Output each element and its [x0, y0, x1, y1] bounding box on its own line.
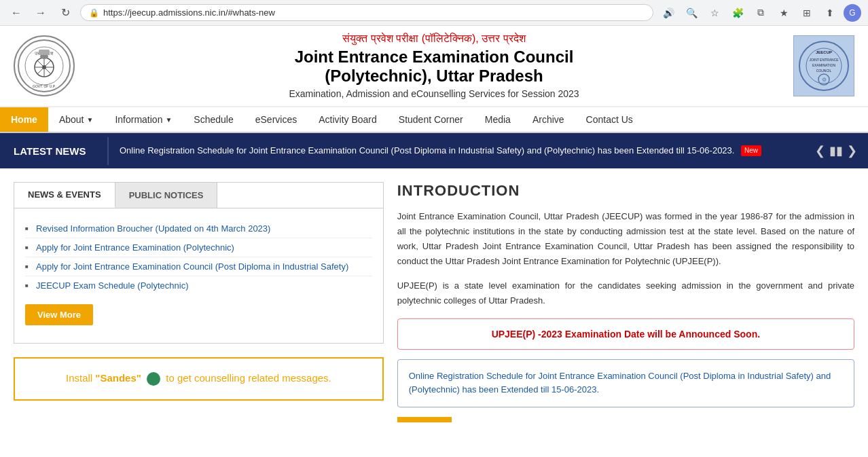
header-title: Joint Entrance Examination Council (Poly… — [75, 48, 793, 86]
latest-news-label: LATEST NEWS — [0, 137, 109, 165]
list-item[interactable]: Apply for Joint Entrance Examination (Po… — [25, 238, 372, 257]
sandes-icon — [147, 372, 160, 386]
svg-text:EXAMINATION: EXAMINATION — [812, 63, 835, 67]
search-icon[interactable]: 🔍 — [682, 3, 701, 22]
tab-news-events[interactable]: NEWS & EVENTS — [14, 183, 115, 208]
nav-archive[interactable]: Archive — [522, 107, 575, 132]
list-item[interactable]: JEECUP Exam Schedule (Polytechnic) — [25, 276, 372, 295]
favorites-icon[interactable]: ☆ — [705, 3, 724, 22]
tabs-container: NEWS & EVENTS PUBLIC NOTICES — [14, 182, 384, 208]
profile-icon[interactable]: G — [844, 4, 861, 22]
nav-media[interactable]: Media — [474, 107, 522, 132]
nav-home[interactable]: Home — [0, 107, 48, 132]
orange-bar — [397, 417, 452, 422]
browser-chrome: ← → ↻ 🔒 https://jeecup.admissions.nic.in… — [0, 0, 868, 26]
right-panel: INTRODUCTION Joint Entrance Examination … — [397, 182, 854, 422]
site-header: उत्तर प्रदेश GOVT. OF U.P. संयुक्त प्रवे… — [0, 26, 868, 107]
registration-box: Online Registration Schedule for Joint E… — [397, 359, 854, 408]
list-item[interactable]: Revised Information Broucher (Updated on… — [25, 219, 372, 238]
news-next-button[interactable]: ❯ — [847, 143, 857, 158]
address-bar[interactable]: 🔒 https://jeecup.admissions.nic.in/#what… — [80, 4, 653, 21]
header-hindi: संयुक्त प्रवेश परीक्षा (पॉलिटेक्निक), उत… — [75, 33, 793, 45]
header-center: संयुक्त प्रवेश परीक्षा (पॉलिटेक्निक), उत… — [75, 33, 793, 99]
announcement-text: UPJEE(P) -2023 Examination Date will be … — [492, 329, 760, 340]
chevron-down-icon: ▼ — [165, 116, 172, 124]
split-screen-icon[interactable]: ⧉ — [751, 3, 770, 22]
reload-button[interactable]: ↻ — [56, 3, 75, 22]
intro-title: INTRODUCTION — [397, 182, 854, 200]
news-items-list: Revised Information Broucher (Updated on… — [25, 219, 372, 295]
svg-rect-10 — [39, 50, 50, 55]
intro-para2: UPJEE(P) is a state level examination fo… — [397, 278, 854, 308]
chevron-down-icon: ▼ — [87, 116, 94, 124]
news-controls: ❮ ▮▮ ❯ — [804, 138, 868, 164]
news-prev-button[interactable]: ❮ — [815, 143, 825, 158]
lock-icon: 🔒 — [89, 8, 99, 18]
browser-actions: 🔊 🔍 ☆ 🧩 ⧉ ★ ⊞ ⬆ G — [659, 3, 861, 22]
svg-text:GOVT. OF U.P.: GOVT. OF U.P. — [33, 84, 56, 88]
left-logo: उत्तर प्रदेश GOVT. OF U.P. — [14, 35, 75, 96]
svg-text:JEECUP: JEECUP — [816, 50, 832, 54]
announcement-box: UPJEE(P) -2023 Examination Date will be … — [397, 318, 854, 350]
latest-news-content: Online Registration Schedule for Joint E… — [109, 139, 804, 162]
collections-icon[interactable]: ★ — [774, 3, 793, 22]
new-badge: New — [741, 145, 761, 156]
sandes-banner: Install "Sandes" to get counselling rela… — [14, 357, 384, 401]
nav-contact-us[interactable]: Contact Us — [575, 107, 644, 132]
nav-activity-board[interactable]: Activity Board — [308, 107, 388, 132]
view-more-button[interactable]: View More — [25, 304, 93, 325]
news-pause-button[interactable]: ▮▮ — [829, 143, 843, 158]
back-button[interactable]: ← — [7, 3, 26, 22]
extension-icon[interactable]: 🧩 — [728, 3, 747, 22]
svg-text:JOINT ENTRANCE: JOINT ENTRANCE — [809, 58, 839, 62]
intro-para1: Joint Entrance Examination Council, Utta… — [397, 209, 854, 269]
right-logo: JEECUP JOINT ENTRANCE EXAMINATION COUNCI… — [793, 35, 854, 96]
svg-text:COUNCIL: COUNCIL — [816, 69, 832, 73]
nav-eservices[interactable]: eServices — [245, 107, 308, 132]
sandes-brand: "Sandes" — [95, 372, 141, 384]
main-content: NEWS & EVENTS PUBLIC NOTICES Revised Inf… — [0, 168, 868, 436]
news-list: Revised Information Broucher (Updated on… — [14, 208, 384, 344]
read-aloud-icon[interactable]: 🔊 — [659, 3, 678, 22]
nav-schedule[interactable]: Schedule — [183, 107, 244, 132]
nav-student-corner[interactable]: Student Corner — [388, 107, 474, 132]
url-text: https://jeecup.admissions.nic.in/#whats-… — [103, 7, 275, 18]
svg-text:⚙: ⚙ — [822, 77, 827, 83]
forward-button[interactable]: → — [31, 3, 50, 22]
tab-public-notices[interactable]: PUBLIC NOTICES — [115, 183, 218, 208]
sidebar-icon[interactable]: ⊞ — [797, 3, 816, 22]
share-icon[interactable]: ⬆ — [820, 3, 839, 22]
nav-information[interactable]: Information ▼ — [104, 107, 183, 132]
nav-about[interactable]: About ▼ — [48, 107, 105, 132]
latest-news-bar: LATEST NEWS Online Registration Schedule… — [0, 133, 868, 168]
nav-bar: Home About ▼ Information ▼ Schedule eSer… — [0, 107, 868, 133]
header-subtitle: Examination, Admission and eCounselling … — [75, 88, 793, 99]
left-panel: NEWS & EVENTS PUBLIC NOTICES Revised Inf… — [14, 182, 384, 422]
registration-text: Online Registration Schedule for Joint E… — [409, 371, 831, 395]
list-item[interactable]: Apply for Joint Entrance Examination Cou… — [25, 257, 372, 276]
